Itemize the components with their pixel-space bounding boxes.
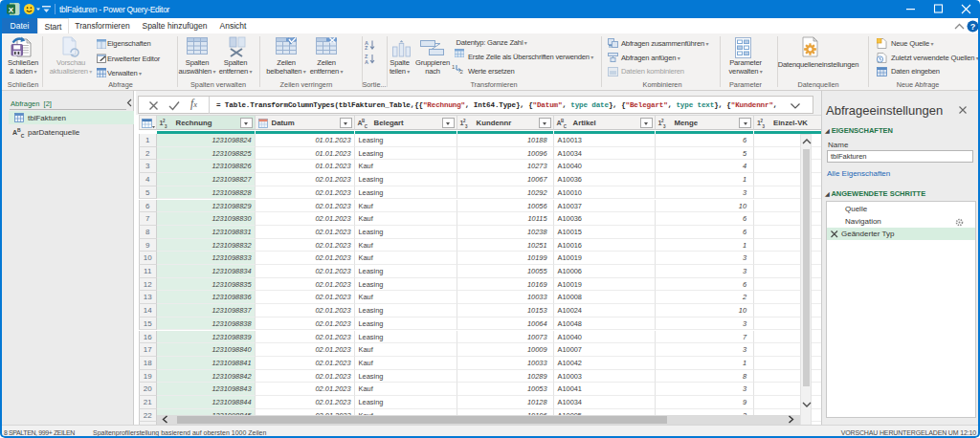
svg-text:A: A <box>365 59 368 65</box>
svg-text:2: 2 <box>460 69 464 74</box>
svg-text:X: X <box>9 6 14 14</box>
svg-text:Z: Z <box>365 45 368 51</box>
svg-text:?: ? <box>970 22 976 32</box>
svg-text:1: 1 <box>452 64 456 70</box>
